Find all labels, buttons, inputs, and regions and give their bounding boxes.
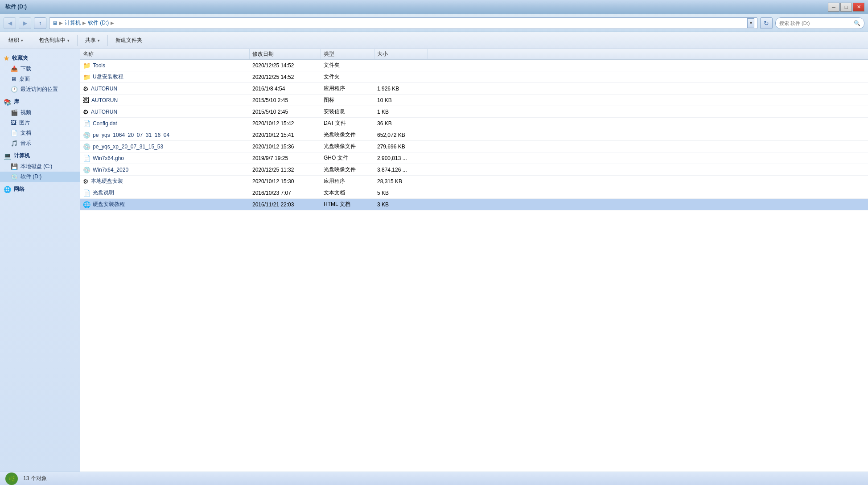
- column-header-type[interactable]: 类型: [321, 49, 374, 59]
- table-row[interactable]: 📁 Tools 2020/12/25 14:52 文件夹: [80, 60, 868, 71]
- file-date-cell: 2020/10/12 15:30: [250, 176, 321, 187]
- recent-icon: 🕐: [11, 86, 18, 93]
- sidebar-label-document: 文档: [21, 129, 31, 137]
- file-type-cell: 图标: [321, 95, 374, 106]
- up-button[interactable]: ↑: [34, 17, 46, 29]
- sidebar-item-document[interactable]: 📄 文档: [0, 128, 80, 138]
- forward-button[interactable]: ▶: [19, 17, 31, 29]
- file-name-text: Config.dat: [93, 120, 117, 127]
- file-date-cell: 2020/10/12 15:36: [250, 141, 321, 152]
- sidebar-header-favorites[interactable]: ★ 收藏夹: [0, 53, 80, 64]
- table-row[interactable]: 📄 Win7x64.gho 2019/9/7 19:25 GHO 文件 2,90…: [80, 152, 868, 164]
- sidebar-label-recent: 最近访问的位置: [21, 86, 58, 93]
- file-size-cell: 1 KB: [374, 106, 428, 117]
- file-size-cell: 3 KB: [374, 199, 428, 210]
- share-dropdown-icon: ▾: [98, 38, 100, 43]
- sidebar-section-computer: 💻 计算机 💾 本地磁盘 (C:) 💿 软件 (D:): [0, 150, 80, 182]
- sidebar-header-computer[interactable]: 💻 计算机: [0, 150, 80, 161]
- sidebar-label-drive-d: 软件 (D:): [21, 173, 41, 181]
- column-header-date[interactable]: 修改日期: [250, 49, 321, 59]
- table-row[interactable]: 📄 光盘说明 2016/10/23 7:07 文本文档 5 KB: [80, 187, 868, 199]
- new-folder-button[interactable]: 新建文件夹: [111, 34, 147, 47]
- sidebar-section-favorites: ★ 收藏夹 📥 下载 🖥 桌面 🕐 最近访问的位置: [0, 53, 80, 95]
- sidebar-label-favorites: 收藏夹: [12, 54, 28, 62]
- file-name-cell: ⚙ 本地硬盘安装: [80, 176, 250, 187]
- table-row[interactable]: ⚙ AUTORUN 2016/1/8 4:54 应用程序 1,926 KB: [80, 83, 868, 95]
- file-type-cell: 光盘映像文件: [321, 164, 374, 175]
- sidebar-item-drive-c[interactable]: 💾 本地磁盘 (C:): [0, 161, 80, 172]
- desktop-icon: 🖥: [11, 76, 16, 82]
- sidebar-item-video[interactable]: 🎬 视频: [0, 107, 80, 118]
- sidebar-label-network: 网络: [14, 185, 25, 193]
- file-name-text: AUTORUN: [91, 86, 117, 92]
- file-size-cell: 279,696 KB: [374, 141, 428, 152]
- file-name-cell: 📄 Config.dat: [80, 118, 250, 129]
- titlebar-controls: ─ □ ✕: [828, 3, 864, 12]
- main-content: ★ 收藏夹 📥 下载 🖥 桌面 🕐 最近访问的位置 📚 库: [0, 49, 868, 472]
- computer-icon: 💻: [4, 152, 11, 160]
- sidebar-header-network[interactable]: 🌐 网络: [0, 184, 80, 195]
- table-row[interactable]: 📁 U盘安装教程 2020/12/25 14:52 文件夹: [80, 71, 868, 83]
- table-row[interactable]: ⚙ AUTORUN 2015/5/10 2:45 安装信息 1 KB: [80, 106, 868, 118]
- share-button[interactable]: 共享 ▾: [80, 34, 105, 47]
- file-size-cell: 28,315 KB: [374, 176, 428, 187]
- breadcrumb-drive[interactable]: 软件 (D:): [88, 19, 109, 27]
- search-input[interactable]: [779, 21, 852, 26]
- organize-button[interactable]: 组织 ▾: [4, 34, 28, 47]
- file-name-cell: 📁 U盘安装教程: [80, 71, 250, 82]
- file-type-icon: 📁: [83, 74, 91, 81]
- file-type-icon: ⚙: [83, 108, 89, 115]
- file-size-cell: 2,900,813 ...: [374, 152, 428, 164]
- filelist: 名称 修改日期 类型 大小 📁 Tools 2020/12/25 14:52 文…: [80, 49, 868, 472]
- titlebar-title: 软件 (D:): [5, 3, 27, 11]
- file-date-cell: 2016/1/8 4:54: [250, 83, 321, 94]
- sidebar-item-recent[interactable]: 🕐 最近访问的位置: [0, 84, 80, 95]
- search-icon: 🔍: [854, 20, 860, 26]
- back-button[interactable]: ◀: [4, 17, 16, 29]
- include-dropdown-icon: ▾: [67, 38, 70, 43]
- table-row[interactable]: ⚙ 本地硬盘安装 2020/10/12 15:30 应用程序 28,315 KB: [80, 176, 868, 187]
- sidebar-header-library[interactable]: 📚 库: [0, 96, 80, 107]
- file-type-icon: 💿: [83, 132, 91, 139]
- table-row[interactable]: 🌐 硬盘安装教程 2016/11/21 22:03 HTML 文档 3 KB: [80, 199, 868, 210]
- column-header-name[interactable]: 名称: [80, 49, 250, 59]
- file-size-cell: 652,072 KB: [374, 129, 428, 140]
- column-header-size[interactable]: 大小: [374, 49, 428, 59]
- file-type-cell: 应用程序: [321, 176, 374, 187]
- include-library-button[interactable]: 包含到库中 ▾: [34, 34, 74, 47]
- table-row[interactable]: 💿 pe_yqs_1064_20_07_31_16_04 2020/10/12 …: [80, 129, 868, 141]
- file-name-text: Win7x64_2020: [93, 167, 128, 173]
- sidebar-item-desktop[interactable]: 🖥 桌面: [0, 74, 80, 84]
- file-type-cell: GHO 文件: [321, 152, 374, 164]
- maximize-button[interactable]: □: [840, 3, 852, 12]
- organize-dropdown-icon: ▾: [21, 38, 23, 43]
- sidebar-item-drive-d[interactable]: 💿 软件 (D:): [0, 172, 80, 182]
- breadcrumb-dropdown[interactable]: ▾: [747, 18, 754, 28]
- table-row[interactable]: 💿 Win7x64_2020 2020/12/25 11:32 光盘映像文件 3…: [80, 164, 868, 176]
- table-row[interactable]: 📄 Config.dat 2020/10/12 15:42 DAT 文件 36 …: [80, 118, 868, 129]
- file-name-cell: 📄 Win7x64.gho: [80, 152, 250, 164]
- library-icon: 📚: [4, 99, 11, 106]
- sidebar-item-download[interactable]: 📥 下载: [0, 64, 80, 74]
- file-name-text: AUTORUN: [91, 97, 118, 103]
- file-size-cell: 10 KB: [374, 95, 428, 106]
- breadcrumb-computer[interactable]: 计算机: [65, 19, 81, 27]
- search-bar: 🔍: [775, 17, 864, 29]
- sidebar-item-picture[interactable]: 🖼 图片: [0, 118, 80, 128]
- breadcrumb-icon: 🖥: [52, 20, 58, 26]
- file-type-icon: 📄: [83, 189, 91, 197]
- table-row[interactable]: 💿 pe_yqs_xp_20_07_31_15_53 2020/10/12 15…: [80, 141, 868, 152]
- file-size-cell: 1,926 KB: [374, 83, 428, 94]
- sidebar-section-network: 🌐 网络: [0, 184, 80, 195]
- file-date-cell: 2020/12/25 11:32: [250, 164, 321, 175]
- refresh-button[interactable]: ↻: [760, 17, 773, 29]
- file-type-cell: 文件夹: [321, 71, 374, 82]
- file-type-cell: 光盘映像文件: [321, 129, 374, 140]
- sidebar-item-music[interactable]: 🎵 音乐: [0, 138, 80, 148]
- minimize-button[interactable]: ─: [828, 3, 839, 12]
- close-button[interactable]: ✕: [853, 3, 864, 12]
- file-type-icon: 🖼: [83, 97, 89, 104]
- table-row[interactable]: 🖼 AUTORUN 2015/5/10 2:45 图标 10 KB: [80, 95, 868, 106]
- status-icon: 🌿: [5, 473, 18, 485]
- picture-icon: 🖼: [11, 119, 16, 126]
